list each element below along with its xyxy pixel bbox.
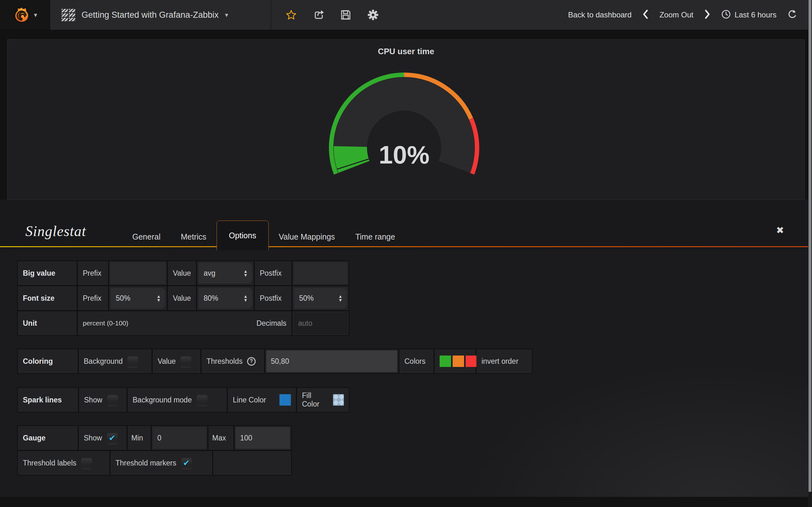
tab-value-mappings[interactable]: Value Mappings: [269, 232, 345, 241]
line-color-label: Line Color: [233, 396, 266, 404]
font-size-prefix-label: Prefix: [83, 294, 101, 302]
zoom-out-button[interactable]: Zoom Out: [659, 10, 693, 19]
threshold-color-swatches: [440, 355, 477, 367]
refresh-icon[interactable]: [787, 9, 798, 20]
coloring-background-checkbox[interactable]: [127, 356, 139, 367]
tab-options[interactable]: Options: [217, 221, 269, 250]
grafana-logo-button[interactable]: ▾: [0, 0, 50, 30]
time-range-picker[interactable]: Last 6 hours: [721, 9, 776, 20]
value-size-value: 80%: [204, 294, 218, 302]
font-size-label: Font size: [23, 294, 55, 302]
big-value-label: Big value: [23, 269, 55, 278]
select-arrows-icon: ▲▼: [243, 269, 248, 277]
threshold-markers-label: Threshold markers: [115, 459, 176, 467]
coloring-background-label: Background: [84, 357, 123, 366]
big-value-stat-select[interactable]: avg ▲▼: [199, 263, 252, 284]
coloring-value-checkbox[interactable]: [180, 356, 192, 367]
coloring-row: Coloring Background Value Thresholds ? C…: [18, 349, 532, 373]
scrollbar-thumb[interactable]: [809, 0, 811, 492]
coloring-value-label: Value: [158, 357, 176, 366]
unit-row: Unit percent (0-100) Decimals: [18, 311, 349, 335]
editor-content: Big value Prefix Value avg ▲▼ Postfix Fo…: [0, 250, 812, 497]
dashboard-title-button[interactable]: Getting Started with Grafana-Zabbix ▾: [50, 0, 271, 30]
big-value-row: Big value Prefix Value avg ▲▼ Postfix: [18, 261, 349, 285]
time-shift-left-button[interactable]: [642, 9, 649, 20]
fill-color-label: Fill Color: [302, 391, 328, 408]
decimals-input[interactable]: [294, 313, 347, 334]
spark-lines-section: Spark lines Show Background mode Line Co…: [17, 387, 350, 412]
select-arrows-icon: ▲▼: [243, 294, 248, 302]
gauge-options-section: Gauge Show Min Max Threshold labels Thre…: [17, 425, 292, 475]
line-color-swatch[interactable]: [280, 394, 291, 406]
spark-show-label: Show: [84, 396, 102, 404]
big-value-prefix-label: Prefix: [83, 269, 101, 278]
navbar-right: Back to dashboard Zoom Out Last 6 hours: [568, 0, 812, 30]
grafana-logo-icon: [12, 5, 31, 25]
font-size-postfix-label: Postfix: [260, 294, 282, 302]
invert-order-button[interactable]: invert order: [481, 357, 518, 366]
logo-caret-icon: ▾: [34, 11, 37, 19]
share-icon[interactable]: [313, 9, 324, 20]
gauge-label: Gauge: [23, 434, 46, 442]
colors-label: Colors: [404, 357, 425, 366]
threshold-markers-checkbox[interactable]: [181, 458, 192, 469]
gauge-row: Gauge Show Min Max: [18, 426, 291, 450]
time-shift-right-button[interactable]: [704, 9, 711, 20]
font-size-row: Font size Prefix 50% ▲▼ Value 80% ▲▼ Pos…: [18, 286, 349, 310]
gauge-max-input[interactable]: [236, 427, 290, 449]
big-value-prefix-input[interactable]: [110, 262, 165, 284]
coloring-section: Coloring Background Value Thresholds ? C…: [17, 349, 532, 374]
editor-panel-type-title: Singlestat: [26, 223, 86, 239]
thresholds-input[interactable]: [266, 350, 397, 372]
stat-select-value: avg: [204, 269, 215, 278]
spark-show-checkbox[interactable]: [107, 395, 118, 406]
thresholds-help-icon[interactable]: ?: [247, 357, 256, 366]
navbar-actions: [271, 0, 393, 30]
postfix-size-value: 50%: [299, 294, 314, 302]
title-caret-icon: ▾: [225, 11, 228, 19]
settings-gear-icon[interactable]: [367, 9, 379, 20]
threshold-options-row: Threshold labels Threshold markers: [18, 451, 291, 475]
tab-metrics[interactable]: Metrics: [171, 232, 217, 241]
tab-accent-line: [0, 246, 812, 247]
time-range-label: Last 6 hours: [734, 10, 776, 19]
panel-title[interactable]: CPU user time: [8, 40, 804, 56]
background-mode-checkbox[interactable]: [196, 395, 208, 406]
dashboard-title: Getting Started with Grafana-Zabbix: [82, 10, 218, 20]
tab-time-range[interactable]: Time range: [345, 232, 405, 241]
close-editor-icon[interactable]: ✖: [776, 225, 784, 236]
spark-lines-label: Spark lines: [23, 396, 62, 404]
threshold-labels-checkbox[interactable]: [81, 458, 92, 469]
coloring-label: Coloring: [23, 357, 53, 366]
clock-icon: [721, 9, 731, 20]
postfix-font-size-select[interactable]: 50% ▲▼: [294, 288, 347, 308]
big-value-postfix-input[interactable]: [294, 262, 347, 284]
prefix-size-value: 50%: [116, 294, 131, 302]
big-value-value-label: Value: [173, 269, 191, 278]
gauge-show-checkbox[interactable]: [107, 433, 118, 444]
spark-lines-row: Spark lines Show Background mode Line Co…: [18, 388, 349, 412]
editor-tabs: General Metrics Options Value Mappings T…: [122, 221, 405, 250]
fill-color-swatch[interactable]: [333, 394, 344, 406]
gauge-panel: CPU user time 10%: [7, 39, 805, 200]
navbar: ▾ Getting Started with Grafana-Zabbix ▾: [0, 0, 812, 31]
star-icon[interactable]: [286, 9, 297, 20]
big-value-postfix-label: Postfix: [260, 269, 282, 278]
back-to-dashboard-button[interactable]: Back to dashboard: [568, 10, 631, 19]
unit-picker[interactable]: percent (0-100): [83, 320, 129, 327]
decimals-label: Decimals: [256, 319, 287, 328]
orange-color-swatch[interactable]: [453, 355, 464, 367]
save-icon[interactable]: [340, 9, 351, 20]
threshold-labels-label: Threshold labels: [23, 459, 77, 467]
prefix-font-size-select[interactable]: 50% ▲▼: [111, 288, 165, 308]
green-color-swatch[interactable]: [440, 355, 451, 367]
red-color-swatch[interactable]: [466, 355, 477, 367]
font-size-value-label: Value: [173, 294, 191, 302]
gauge-min-label: Min: [131, 434, 143, 442]
value-options-section: Big value Prefix Value avg ▲▼ Postfix Fo…: [17, 261, 349, 336]
tab-general[interactable]: General: [122, 232, 171, 241]
gauge-min-input[interactable]: [153, 427, 206, 449]
svg-text:10%: 10%: [379, 141, 429, 169]
unit-label: Unit: [23, 319, 37, 328]
value-font-size-select[interactable]: 80% ▲▼: [199, 288, 252, 308]
